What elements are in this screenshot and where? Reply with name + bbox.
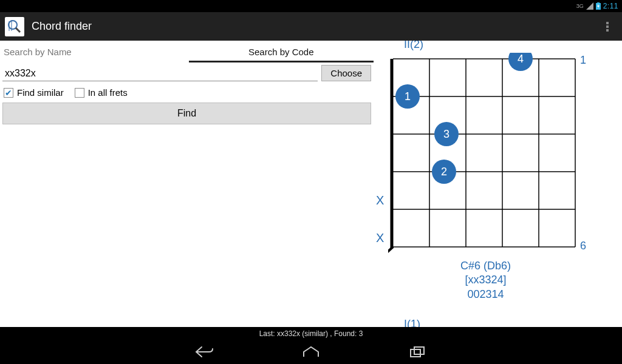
recents-icon: [409, 346, 426, 358]
mute-label-1: X: [376, 194, 384, 207]
checkbox-checked-icon: [4, 88, 13, 98]
overflow-menu-button[interactable]: [598, 21, 617, 33]
svg-rect-1: [597, 2, 600, 3]
fretboard: 4132: [388, 53, 576, 255]
nav-bar: [0, 340, 622, 364]
top-note-label: II(2): [404, 41, 423, 51]
checkbox-unchecked-icon: [75, 88, 84, 98]
svg-rect-6: [606, 22, 609, 24]
chord-code: [xx3324]: [374, 273, 598, 287]
home-button[interactable]: [300, 343, 322, 360]
chord-name-label: C#6 (Db6) [xx3324] 002314: [374, 259, 598, 302]
svg-line-3: [16, 28, 20, 32]
choose-button[interactable]: Choose: [321, 65, 371, 81]
status-footer: Last: xx332x (similar) , Found: 3: [0, 327, 622, 340]
clock: 2:11: [603, 2, 618, 10]
chord-diagram-panel[interactable]: II(2) 4132: [374, 41, 622, 327]
finger-number: 1: [405, 90, 411, 103]
tab-search-by-name[interactable]: Search by Name: [0, 41, 189, 62]
action-bar: Chord finder: [0, 12, 622, 41]
svg-rect-7: [606, 25, 609, 28]
code-input[interactable]: [2, 65, 318, 81]
find-similar-checkbox[interactable]: Find similar: [4, 87, 64, 98]
back-icon: [194, 345, 214, 359]
tab-bar: Search by Name Search by Code: [0, 41, 374, 62]
search-panel: Search by Name Search by Code Choose Fin…: [0, 41, 374, 327]
finger-number: 3: [443, 128, 449, 140]
mute-label-2: X: [376, 231, 384, 245]
battery-icon: [596, 2, 601, 10]
svg-point-2: [9, 21, 17, 29]
tab-search-by-code[interactable]: Search by Code: [189, 41, 374, 62]
bottom-note-label: I(1): [404, 318, 420, 327]
status-bar: 3G 2:11: [0, 0, 622, 12]
find-similar-label: Find similar: [17, 87, 64, 98]
chord-fingering: 002314: [374, 288, 598, 302]
svg-rect-23: [414, 347, 424, 354]
app-icon: [5, 17, 24, 36]
home-icon: [301, 346, 321, 358]
svg-rect-22: [411, 349, 420, 357]
fret-start-label: 1: [580, 54, 586, 67]
svg-rect-8: [606, 29, 609, 32]
fret-end-label: 6: [580, 240, 586, 252]
app-title: Chord finder: [32, 20, 598, 33]
status-text: Last: xx332x (similar) , Found: 3: [259, 329, 363, 338]
in-all-frets-label: In all frets: [88, 87, 128, 98]
overflow-icon: [606, 21, 609, 33]
back-button[interactable]: [193, 343, 215, 360]
network-label: 3G: [576, 3, 584, 9]
svg-line-21: [388, 247, 393, 253]
chord-name: C#6 (Db6): [374, 259, 598, 273]
in-all-frets-checkbox[interactable]: In all frets: [75, 87, 128, 98]
finger-number: 4: [518, 53, 524, 65]
finger-number: 2: [441, 166, 447, 178]
signal-icon: [586, 2, 593, 10]
recents-button[interactable]: [407, 343, 429, 360]
find-button[interactable]: Find: [2, 103, 371, 124]
